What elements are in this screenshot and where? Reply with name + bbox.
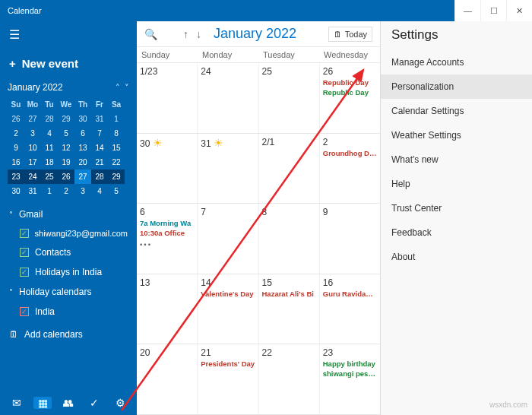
mini-day[interactable]: 14 <box>91 141 108 155</box>
day-cell[interactable]: 22 <box>259 344 320 414</box>
holidays-india-item[interactable]: ✓ Holidays in India <box>0 262 137 282</box>
add-calendars-button[interactable]: 🗓︎ Add calendars <box>0 322 137 347</box>
mini-day[interactable]: 20 <box>74 155 91 169</box>
day-cell[interactable]: 20 <box>137 344 198 414</box>
day-cell[interactable]: 1/23 <box>137 63 198 133</box>
mini-day[interactable]: 27 <box>74 169 91 184</box>
event-item[interactable]: Groundhog Day <box>323 149 377 157</box>
day-cell[interactable]: 16Guru Ravidas Ja <box>320 274 380 344</box>
mini-day[interactable]: 15 <box>108 141 125 155</box>
hamburger-icon[interactable]: ☰ <box>0 21 137 48</box>
settings-icon[interactable]: ⚙ <box>111 397 129 409</box>
event-item[interactable]: Happy birthday <box>323 360 377 368</box>
mini-day[interactable]: 11 <box>41 141 58 155</box>
mini-day[interactable]: 10 <box>24 141 41 155</box>
settings-item-help[interactable]: Help <box>381 172 532 196</box>
mini-day[interactable]: 8 <box>108 126 125 141</box>
event-item[interactable]: Guru Ravidas Ja <box>323 290 377 298</box>
mini-day[interactable]: 30 <box>74 112 91 126</box>
event-item[interactable]: Republic Day <box>323 88 377 97</box>
event-item[interactable]: 10:30a Office <box>140 229 194 237</box>
day-cell[interactable]: 30 ☀ <box>137 134 198 204</box>
contacts-item[interactable]: ✓ Contacts <box>0 242 137 262</box>
event-item[interactable]: Hazarat Ali's Bi <box>262 290 316 298</box>
mini-day[interactable]: 5 <box>108 184 125 198</box>
gmail-section[interactable]: ˅ Gmail <box>0 204 137 224</box>
settings-item-calendar-settings[interactable]: Calendar Settings <box>381 99 532 123</box>
day-cell[interactable]: 26Republic DayRepublic Day <box>320 63 380 133</box>
day-cell[interactable]: 7 <box>198 204 258 274</box>
search-icon[interactable]: 🔍 <box>144 28 157 40</box>
minimize-button[interactable]: — <box>454 0 480 21</box>
checkbox-icon[interactable]: ✓ <box>20 248 29 257</box>
mini-day[interactable]: 2 <box>58 184 74 198</box>
settings-item-what-s-new[interactable]: What's new <box>381 147 532 172</box>
mini-prev-icon[interactable]: ˄ <box>116 83 120 93</box>
mini-day[interactable]: 12 <box>58 141 74 155</box>
day-cell[interactable]: 13 <box>137 274 198 344</box>
settings-item-weather-settings[interactable]: Weather Settings <box>381 123 532 147</box>
mini-day[interactable]: 1 <box>41 184 58 198</box>
day-cell[interactable]: 23Happy birthdayshiwangi peswa <box>320 344 380 414</box>
day-cell[interactable]: 2Groundhog Day <box>320 134 380 204</box>
mini-day[interactable]: 26 <box>58 169 74 184</box>
mini-day[interactable]: 31 <box>91 112 108 126</box>
day-cell[interactable]: 21Presidents' Day <box>198 344 258 414</box>
new-event-button[interactable]: + New event <box>0 48 137 79</box>
event-item[interactable]: Presidents' Day <box>201 360 255 368</box>
mini-day[interactable]: 19 <box>58 155 74 169</box>
gmail-account-item[interactable]: ✓ shiwangi23p@gmail.com <box>0 224 137 242</box>
event-item[interactable]: shiwangi peswa <box>323 369 377 378</box>
day-cell[interactable]: 9 <box>320 204 380 274</box>
settings-item-trust-center[interactable]: Trust Center <box>381 196 532 220</box>
next-month-button[interactable]: ↓ <box>196 28 201 40</box>
mini-day[interactable]: 13 <box>74 141 91 155</box>
maximize-button[interactable]: ☐ <box>480 0 506 21</box>
mini-next-icon[interactable]: ˅ <box>125 83 129 93</box>
mini-day[interactable]: 16 <box>8 155 24 169</box>
mini-day[interactable]: 6 <box>74 126 91 141</box>
close-button[interactable]: ✕ <box>506 0 532 21</box>
mini-day[interactable]: 17 <box>24 155 41 169</box>
mini-day[interactable]: 5 <box>58 126 74 141</box>
mini-day[interactable]: 3 <box>24 126 41 141</box>
settings-item-manage-accounts[interactable]: Manage Accounts <box>381 50 532 74</box>
prev-month-button[interactable]: ↑ <box>183 28 188 40</box>
mini-month-label[interactable]: January 2022 <box>8 82 63 93</box>
india-item[interactable]: ✓ India <box>0 302 137 322</box>
calendar-icon[interactable]: ▦ <box>33 397 52 409</box>
mini-day[interactable]: 29 <box>108 169 125 184</box>
day-cell[interactable]: 2/1 <box>259 134 320 204</box>
mini-day[interactable]: 26 <box>8 112 24 126</box>
mini-day[interactable]: 28 <box>91 169 108 184</box>
mini-day[interactable]: 25 <box>41 169 58 184</box>
mini-day[interactable]: 3 <box>74 184 91 198</box>
settings-item-about[interactable]: About <box>381 245 532 269</box>
people-icon[interactable]: 👥︎ <box>59 397 78 409</box>
mini-day[interactable]: 31 <box>24 184 41 198</box>
mini-day[interactable]: 4 <box>41 126 58 141</box>
mini-day[interactable]: 28 <box>41 112 58 126</box>
day-cell[interactable]: 31 ☀ <box>198 134 258 204</box>
mini-day[interactable]: 7 <box>91 126 108 141</box>
event-item[interactable]: Valentine's Day <box>201 290 255 298</box>
mini-day[interactable]: 30 <box>8 184 24 198</box>
checkbox-icon[interactable]: ✓ <box>20 268 29 277</box>
event-item[interactable]: 7a Morning Wa <box>140 219 194 227</box>
event-item[interactable]: ••• <box>140 240 194 249</box>
mini-day[interactable]: 4 <box>91 184 108 198</box>
mail-icon[interactable]: ✉ <box>8 397 26 409</box>
event-item[interactable]: Republic Day <box>323 78 377 87</box>
day-cell[interactable]: 25 <box>259 63 320 133</box>
mini-day[interactable]: 29 <box>58 112 74 126</box>
mini-day[interactable]: 9 <box>8 141 24 155</box>
mini-day[interactable]: 21 <box>91 155 108 169</box>
today-button[interactable]: 🗓︎ Today <box>328 27 372 42</box>
mini-day[interactable]: 18 <box>41 155 58 169</box>
day-cell[interactable]: 24 <box>198 63 258 133</box>
settings-item-personalization[interactable]: Personalization <box>381 74 532 99</box>
todo-icon[interactable]: ✓ <box>85 397 103 409</box>
mini-day[interactable]: 24 <box>24 169 41 184</box>
day-cell[interactable]: 15Hazarat Ali's Bi <box>259 274 320 344</box>
settings-item-feedback[interactable]: Feedback <box>381 220 532 245</box>
